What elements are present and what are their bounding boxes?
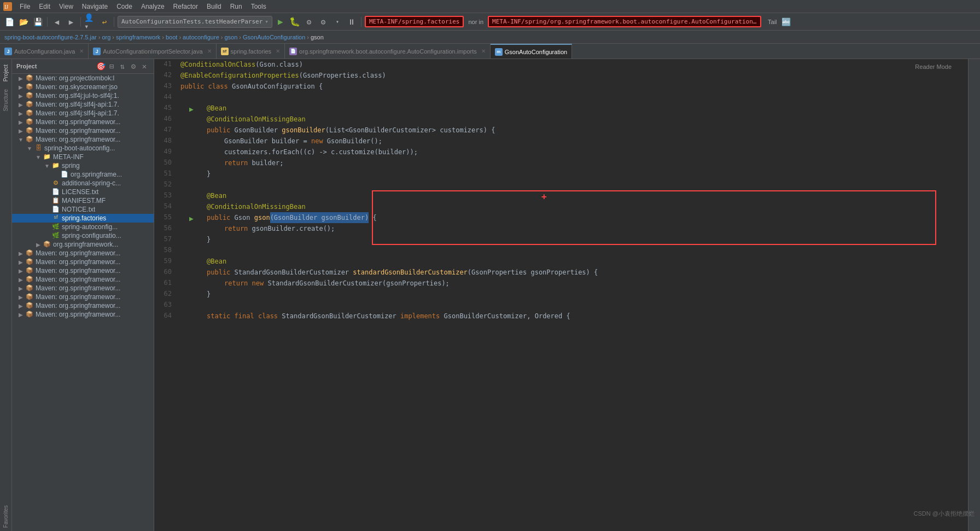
gutter-run-55[interactable]: ▶ — [189, 213, 194, 224]
tab-icon-imports: 📄 — [289, 48, 297, 55]
code-line-42: @EnableConfigurationProperties(GsonPrope… — [180, 70, 964, 81]
sidebar-settings-btn[interactable]: ⚙ — [129, 61, 138, 71]
sidebar-item-spring-autoconfig[interactable]: 🌿 spring-autoconfig... — [12, 223, 154, 231]
tab-autoconfiguration-java[interactable]: J AutoConfiguration.java ✕ — [0, 44, 89, 59]
pause-btn[interactable]: ⏸ — [346, 16, 358, 28]
sidebar-item-lombok[interactable]: ▶ 📦 Maven: org.projectlombok:l — [12, 74, 154, 83]
menu-navigate[interactable]: Navigate — [78, 2, 112, 11]
sidebar: Project 🎯 ⊟ ⇅ ⚙ ✕ ▶ 📦 Maven: org.project… — [12, 59, 154, 531]
sidebar-item-spring-3[interactable]: ▶ 📦 Maven: org.springframewor... — [12, 249, 154, 258]
separator-1 — [47, 17, 48, 27]
sidebar-item-spring-10[interactable]: ▶ 📦 Maven: org.springframewor... — [12, 310, 154, 319]
breadcrumb-org[interactable]: org — [102, 34, 110, 40]
sidebar-collapse-btn[interactable]: ⊟ — [107, 61, 116, 71]
code-line-62: } — [180, 289, 964, 300]
undo-btn[interactable]: ↩ — [98, 16, 110, 28]
menu-run[interactable]: Run — [226, 2, 247, 11]
new-file-btn[interactable]: 📄 — [3, 16, 15, 28]
save-btn[interactable]: 💾 — [32, 16, 44, 28]
menu-tools[interactable]: Tools — [247, 2, 271, 11]
sidebar-item-spring-5[interactable]: ▶ 📦 Maven: org.springframewor... — [12, 266, 154, 275]
recent-files-btn[interactable]: 👤▾ — [84, 16, 96, 28]
breadcrumb-boot[interactable]: boot — [166, 34, 177, 40]
run-button[interactable]: ▶ — [275, 16, 287, 28]
breadcrumb-springframework[interactable]: springframework — [116, 34, 160, 40]
sidebar-item-spring-configuration[interactable]: 🌿 spring-configuratio... — [12, 231, 154, 240]
vtab-structure[interactable]: Structure — [2, 86, 10, 115]
breadcrumb-class[interactable]: GsonAutoConfiguration — [243, 34, 305, 40]
sidebar-header: Project 🎯 ⊟ ⇅ ⚙ ✕ — [12, 59, 154, 74]
tab-icon-import-selector: J — [93, 48, 101, 55]
tab-close-import-selector[interactable]: ✕ — [207, 48, 212, 54]
breadcrumb-gson[interactable]: gson — [224, 34, 237, 40]
sidebar-item-spring-folder[interactable]: ▼ 📁 spring — [12, 161, 154, 170]
tab-close-spring-factories[interactable]: ✕ — [276, 48, 280, 54]
profile-btn[interactable]: ⚙ — [317, 16, 329, 28]
debug-button[interactable]: 🐛 — [289, 16, 301, 28]
tab-close-imports[interactable]: ✕ — [481, 48, 486, 54]
vtab-favorites[interactable]: Favorites — [2, 502, 10, 531]
coverage-btn[interactable]: ⚙ — [303, 16, 315, 28]
breadcrumb-autoconfigure[interactable]: autoconfigure — [183, 34, 219, 40]
search-box-1[interactable]: META-INF/spring.factories — [365, 16, 464, 27]
code-line-61: return new StandardGsonBuilderCustomizer… — [180, 278, 964, 289]
menu-refactor[interactable]: Refactor — [169, 2, 202, 11]
tab-icon-spring-factories: sf — [221, 48, 229, 55]
sidebar-item-spring-6[interactable]: ▶ 📦 Maven: org.springframewor... — [12, 275, 154, 284]
sidebar-tree: ▶ 📦 Maven: org.projectlombok:l ▶ 📦 Maven… — [12, 74, 154, 531]
translate-btn[interactable]: 🔤 — [781, 17, 791, 26]
sidebar-locate-btn[interactable]: 🎯 — [96, 61, 106, 71]
menu-build[interactable]: Build — [202, 2, 226, 11]
sidebar-item-spring-1[interactable]: ▶ 📦 Maven: org.springframewor... — [12, 118, 154, 126]
tab-gson-autoconfiguration[interactable]: m GsonAutoConfiguration — [491, 44, 572, 59]
tab-close-autoconfiguration[interactable]: ✕ — [79, 48, 84, 54]
sidebar-item-spring-9[interactable]: ▶ 📦 Maven: org.springframewor... — [12, 301, 154, 310]
breadcrumb-jar[interactable]: spring-boot-autoconfigure-2.7.5.jar — [4, 34, 97, 40]
sidebar-sort-btn[interactable]: ⇅ — [118, 61, 127, 71]
vtab-project[interactable]: Project — [2, 61, 10, 85]
menu-code[interactable]: Code — [112, 2, 137, 11]
sidebar-item-spring-7[interactable]: ▶ 📦 Maven: org.springframewor... — [12, 284, 154, 293]
run-config-selector[interactable]: AutoConfigurationTests.testHeaderParser … — [118, 16, 272, 28]
sidebar-item-jar[interactable]: ▼ 🗄 spring-boot-autoconfig... — [12, 144, 154, 153]
back-btn[interactable]: ◀ — [51, 16, 63, 28]
search-box-2[interactable]: META-INF/spring/org.springframework.boot… — [488, 16, 761, 27]
sidebar-item-metainf[interactable]: ▼ 📁 META-INF — [12, 153, 154, 161]
separator-3 — [114, 17, 114, 27]
sidebar-item-slf4j-2[interactable]: ▶ 📦 Maven: org.slf4j:slf4j-api:1.7. — [12, 109, 154, 118]
menu-edit[interactable]: Edit — [34, 2, 55, 11]
sidebar-item-manifest[interactable]: 📋 MANIFEST.MF — [12, 196, 154, 205]
svg-text:IJ: IJ — [4, 4, 8, 10]
sidebar-item-skyscreamer[interactable]: ▶ 📦 Maven: org.skyscreamer:jso — [12, 83, 154, 91]
code-line-60: public StandardGsonBuilderCustomizer sta… — [180, 267, 964, 278]
forward-btn[interactable]: ▶ — [65, 16, 77, 28]
sidebar-item-jul[interactable]: ▶ 📦 Maven: org.slf4j:jul-to-slf4j:1. — [12, 91, 154, 100]
sidebar-item-spring-factories[interactable]: sf spring.factories — [12, 214, 154, 223]
sidebar-item-slf4j-1[interactable]: ▶ 📦 Maven: org.slf4j:slf4j-api:1.7. — [12, 100, 154, 109]
sidebar-item-spring-8[interactable]: ▶ 📦 Maven: org.springframewor... — [12, 293, 154, 301]
sidebar-item-spring-autoconfigure-parent[interactable]: ▼ 📦 Maven: org.springframewor... — [12, 135, 154, 144]
sidebar-item-notice[interactable]: 📄 NOTICE.txt — [12, 205, 154, 214]
sidebar-item-license[interactable]: 📄 LICENSE.txt — [12, 188, 154, 196]
sidebar-close-btn[interactable]: ✕ — [139, 61, 149, 71]
more-run-btn[interactable]: ▾ — [331, 16, 343, 28]
open-btn[interactable]: 📂 — [18, 16, 30, 28]
code-editor[interactable]: Reader Mode 41 42 43 44 45 46 47 48 49 5… — [154, 59, 968, 531]
sidebar-item-spring-4[interactable]: ▶ 📦 Maven: org.springframewor... — [12, 258, 154, 266]
separator-2 — [80, 17, 81, 27]
menu-analyze[interactable]: Analyze — [137, 2, 169, 11]
sidebar-item-additional-spring[interactable]: ⚙ additional-spring-c... — [12, 179, 154, 188]
run-config-label: AutoConfigurationTests.testHeaderParser — [121, 18, 262, 25]
sidebar-item-org-springframework-package[interactable]: ▶ 📦 org.springframework... — [12, 240, 154, 249]
menu-file[interactable]: File — [15, 2, 34, 11]
tab-spring-factories[interactable]: sf spring.factories ✕ — [217, 44, 285, 59]
menu-view[interactable]: View — [55, 2, 78, 11]
sidebar-item-org-springframe-file[interactable]: 📄 org.springframe... — [12, 170, 154, 179]
gutter-run-45[interactable]: ▶ — [189, 104, 194, 115]
code-line-58 — [180, 245, 964, 256]
code-area[interactable]: 41 42 43 44 45 46 47 48 49 50 51 52 53 5… — [154, 59, 968, 531]
code-line-56: return gsonBuilder.create(); — [180, 223, 964, 234]
tab-imports[interactable]: 📄 org.springframework.boot.autoconfigure… — [285, 44, 491, 59]
sidebar-item-spring-2[interactable]: ▶ 📦 Maven: org.springframewor... — [12, 126, 154, 135]
tab-import-selector[interactable]: J AutoConfigurationImportSelector.java ✕ — [89, 44, 216, 59]
